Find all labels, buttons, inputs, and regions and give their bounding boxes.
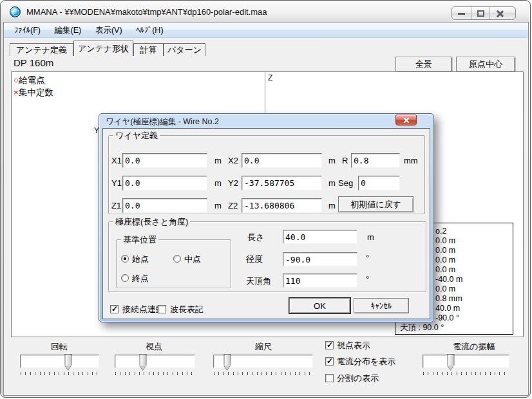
- title-bar[interactable]: MMANA - ¥¥MODENA¥makoto¥tmp¥ANT¥dp160-po…: [2, 2, 530, 21]
- show-segments-label: 分割の表示: [337, 373, 379, 383]
- radio-end-point[interactable]: [121, 274, 129, 282]
- slider-thumb[interactable]: [447, 354, 454, 366]
- z-axis-line: [265, 72, 265, 113]
- legend-feed-point: ○給電点: [14, 74, 53, 86]
- app-icon: [10, 6, 21, 17]
- rotation-slider[interactable]: [20, 355, 99, 378]
- menu-view[interactable]: 表示(V): [90, 23, 128, 38]
- info-line: 天頂 : 90.0 °: [395, 323, 513, 333]
- cancel-button[interactable]: ｷｬﾝｾﾙ: [354, 298, 409, 313]
- r-input[interactable]: [351, 153, 400, 168]
- r-label: R: [342, 153, 348, 169]
- show-current-distribution-label: 電流分布を表示: [337, 357, 395, 366]
- menu-edit[interactable]: 編集(E): [49, 23, 88, 38]
- slider-thumb[interactable]: [64, 354, 71, 366]
- show-viewpoint-checkbox[interactable]: [325, 341, 334, 349]
- group-title: 極座標(長さと角度): [113, 217, 190, 227]
- radio-mid-point[interactable]: [173, 255, 181, 263]
- x1-input[interactable]: [122, 153, 207, 168]
- caption-buttons: [451, 6, 516, 20]
- rotation-label: 回転: [40, 341, 79, 353]
- z1-unit: m: [214, 198, 222, 214]
- wavelength-notation-checkbox[interactable]: [158, 305, 166, 313]
- lumped-constant-icon: ×: [14, 88, 19, 97]
- radio-start-point[interactable]: [121, 255, 129, 263]
- maximize-button[interactable]: [471, 7, 489, 19]
- client-area: ﾌｧｲﾙ(F) 編集(E) 表示(V) ﾍﾙﾌﾟ(H) アンテナ定義 アンテナ形…: [3, 22, 529, 396]
- length-input[interactable]: [283, 230, 357, 244]
- slider-ticks: [423, 372, 509, 375]
- azimuth-label: 径度: [246, 251, 263, 267]
- minimize-icon: [458, 13, 465, 15]
- y1-label: Y1: [111, 175, 122, 191]
- maximize-icon: [477, 10, 484, 17]
- current-amplitude-slider[interactable]: [423, 355, 509, 378]
- y2-input[interactable]: [242, 176, 322, 190]
- link-connection-checkbox[interactable]: [110, 305, 119, 313]
- canvas-legend: ○給電点 ×集中定数: [14, 74, 53, 98]
- show-viewpoint-label: 視点表示: [337, 340, 370, 350]
- ok-button[interactable]: OK: [289, 298, 350, 313]
- tab-calculation[interactable]: 計算: [133, 43, 164, 56]
- slider-ticks: [21, 372, 99, 375]
- y2-unit: m: [328, 175, 336, 191]
- zenith-label: 天頂角: [246, 273, 271, 289]
- radio-mid-point-label: 中点: [184, 255, 201, 263]
- viewpoint-slider[interactable]: [115, 355, 195, 378]
- scale-slider[interactable]: [213, 355, 313, 378]
- slider-thumb[interactable]: [224, 354, 231, 366]
- slider-thumb[interactable]: [140, 354, 147, 366]
- show-current-distribution-checkbox[interactable]: [325, 357, 334, 366]
- legend-lumped-constant: ×集中定数: [14, 86, 53, 98]
- azimuth-input[interactable]: [283, 252, 357, 266]
- wire-edit-dialog: ワイヤ(極座標)編集 - Wire No.2 ワイヤ定義 X1 m X2 m R…: [99, 113, 434, 322]
- slider-ticks: [214, 372, 312, 375]
- feed-point-icon: ○: [14, 75, 19, 85]
- antenna-name-label: DP 160m: [14, 57, 53, 68]
- z1-label: Z1: [111, 198, 121, 214]
- dialog-close-button[interactable]: [395, 115, 417, 125]
- window-title: MMANA - ¥¥MODENA¥makoto¥tmp¥ANT¥dp160-po…: [26, 7, 267, 17]
- viewpoint-label: 視点: [133, 341, 175, 353]
- zenith-unit: °: [366, 271, 369, 287]
- close-button[interactable]: [489, 7, 515, 19]
- x2-label: X2: [228, 153, 238, 169]
- seg-input[interactable]: [358, 176, 400, 190]
- length-label: 長さ: [247, 229, 264, 245]
- tab-antenna-shape[interactable]: アンテナ形状: [73, 41, 133, 56]
- z2-input[interactable]: [242, 198, 322, 213]
- dialog-title: ワイヤ(極座標)編集 - Wire No.2: [106, 116, 219, 127]
- wavelength-notation-label: 波長表記: [170, 304, 204, 314]
- z2-label: Z2: [228, 198, 238, 214]
- group-title: 基準位置: [121, 235, 158, 245]
- show-segments-checkbox[interactable]: [325, 374, 334, 382]
- reset-defaults-button[interactable]: 初期値に戻す: [338, 196, 413, 212]
- group-title: ワイヤ定義: [113, 131, 160, 140]
- current-amplitude-label: 電流の振幅: [447, 341, 501, 353]
- x1-label: X1: [111, 153, 122, 169]
- menu-bar: ﾌｧｲﾙ(F) 編集(E) 表示(V) ﾍﾙﾌﾟ(H): [4, 23, 528, 38]
- main-window: MMANA - ¥¥MODENA¥makoto¥tmp¥ANT¥dp160-po…: [0, 0, 531, 398]
- z2-unit: m: [328, 198, 336, 214]
- scale-label: 縮尺: [242, 341, 285, 353]
- menu-file[interactable]: ﾌｧｲﾙ(F): [8, 23, 46, 38]
- tab-pattern[interactable]: パターン: [164, 43, 205, 56]
- x2-input[interactable]: [242, 153, 322, 168]
- z1-input[interactable]: [122, 198, 207, 213]
- x1-unit: m: [214, 153, 222, 169]
- origin-center-button[interactable]: 原点中心: [456, 57, 515, 72]
- radio-start-point-label: 始点: [132, 255, 149, 263]
- tab-antenna-definition[interactable]: アンテナ定義: [10, 43, 73, 56]
- full-view-button[interactable]: 全景: [395, 57, 452, 72]
- y1-unit: m: [214, 175, 222, 191]
- y1-input[interactable]: [122, 176, 207, 190]
- z-axis-label: Z: [268, 73, 272, 82]
- zenith-input[interactable]: [283, 274, 357, 288]
- menu-help[interactable]: ﾍﾙﾌﾟ(H): [130, 23, 169, 38]
- x2-unit: m: [328, 153, 336, 169]
- slider-ticks: [115, 372, 195, 375]
- minimize-button[interactable]: [452, 7, 471, 19]
- seg-label: Seg: [338, 175, 353, 191]
- length-unit: m: [367, 229, 374, 245]
- dialog-body: ワイヤ定義 X1 m X2 m R mm Y1 m Y2 m Seg: [102, 128, 430, 319]
